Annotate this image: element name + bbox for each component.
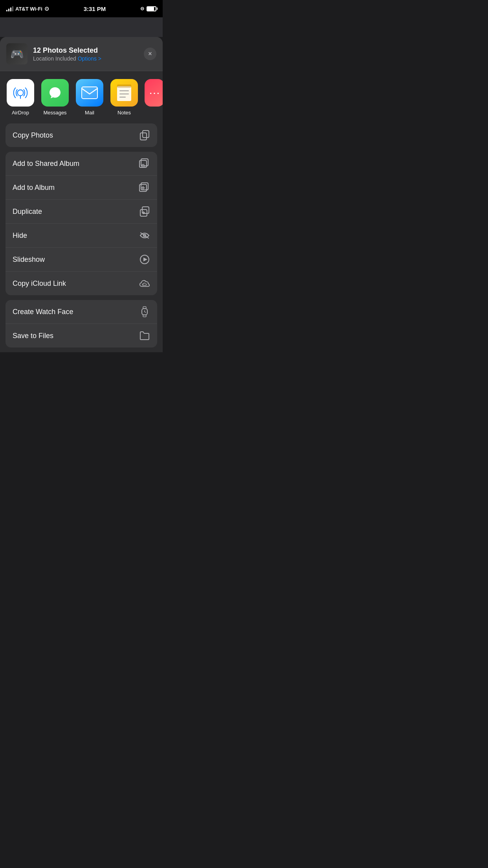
mail-label: Mail xyxy=(85,110,94,116)
controller-icon: 🎮 xyxy=(10,48,24,61)
svg-rect-1 xyxy=(82,87,97,99)
app-icon-airdrop[interactable]: AirDrop xyxy=(6,79,35,116)
copy-photos-icon xyxy=(139,130,150,141)
share-subtitle: Location Included Options > xyxy=(33,55,101,62)
watch-icon xyxy=(139,306,150,317)
messages-svg xyxy=(47,85,63,101)
app-icon-mail[interactable]: Mail xyxy=(75,79,104,116)
copy-photos-row[interactable]: Copy Photos xyxy=(6,123,157,147)
duplicate-label: Duplicate xyxy=(13,208,42,216)
svg-marker-25 xyxy=(143,257,147,261)
svg-line-30 xyxy=(145,312,146,313)
svg-rect-28 xyxy=(143,315,146,317)
app-icons-row: AirDrop Messages Mail xyxy=(0,71,163,123)
close-button[interactable]: × xyxy=(144,48,156,60)
airdrop-svg xyxy=(12,84,29,101)
hide-row[interactable]: Hide xyxy=(6,224,157,248)
save-files-label: Save to Files xyxy=(13,332,53,340)
options-link[interactable]: Options > xyxy=(78,55,101,62)
icloud-icon xyxy=(139,278,150,289)
files-icon xyxy=(139,330,150,341)
add-shared-album-label: Add to Shared Album xyxy=(13,160,79,168)
messages-icon-bg xyxy=(41,79,69,107)
battery-icon xyxy=(147,6,156,11)
messages-label: Messages xyxy=(43,110,66,116)
shared-album-icon xyxy=(139,158,150,169)
airdrop-icon-bg xyxy=(7,79,34,107)
add-album-row[interactable]: Add to Album xyxy=(6,176,157,200)
share-info: 12 Photos Selected Location Included Opt… xyxy=(33,46,101,62)
svg-rect-8 xyxy=(140,133,147,140)
svg-rect-14 xyxy=(141,183,148,190)
share-header-left: 🎮 12 Photos Selected Location Included O… xyxy=(6,43,101,64)
status-left: AT&T Wi-Fi ⊙ xyxy=(6,6,49,12)
save-files-row[interactable]: Save to Files xyxy=(6,324,157,348)
svg-rect-27 xyxy=(143,307,146,309)
time-label: 3:31 PM xyxy=(84,6,106,12)
more-icon-bg: ⋯ xyxy=(145,79,163,107)
lock-icon: ⊝ xyxy=(140,6,144,11)
watch-face-label: Create Watch Face xyxy=(13,308,73,316)
action-group-1: Copy Photos xyxy=(6,123,157,147)
notes-icon-bg xyxy=(110,79,138,107)
notes-svg xyxy=(115,83,133,103)
duplicate-icon xyxy=(139,206,150,217)
add-shared-album-row[interactable]: Add to Shared Album xyxy=(6,152,157,176)
photo-thumbnail: 🎮 xyxy=(6,43,28,64)
svg-rect-7 xyxy=(143,131,149,138)
share-title: 12 Photos Selected xyxy=(33,46,101,55)
status-bar: AT&T Wi-Fi ⊙ 3:31 PM ⊝ xyxy=(0,0,163,17)
slideshow-icon xyxy=(139,254,150,265)
action-group-2: Add to Shared Album Add to Album xyxy=(6,152,157,295)
more-icon: ⋯ xyxy=(149,86,160,99)
airdrop-label: AirDrop xyxy=(12,110,29,116)
icloud-link-label: Copy iCloud Link xyxy=(13,280,66,288)
album-icon xyxy=(139,182,150,193)
add-album-label: Add to Album xyxy=(13,184,55,192)
share-sheet: 🎮 12 Photos Selected Location Included O… xyxy=(0,37,163,352)
mail-icon-bg xyxy=(76,79,103,107)
watch-face-row[interactable]: Create Watch Face xyxy=(6,300,157,324)
background-blur xyxy=(0,17,163,37)
slideshow-label: Slideshow xyxy=(13,256,45,264)
status-right: ⊝ xyxy=(140,6,156,11)
hide-label: Hide xyxy=(13,232,27,240)
copy-photos-label: Copy Photos xyxy=(13,131,53,140)
carrier-label: AT&T Wi-Fi xyxy=(15,6,42,12)
app-icon-more[interactable]: ⋯ xyxy=(145,79,163,116)
action-group-3: Create Watch Face Save to Files xyxy=(6,300,157,348)
app-icon-messages[interactable]: Messages xyxy=(41,79,69,116)
svg-rect-3 xyxy=(117,85,131,88)
icloud-link-row[interactable]: Copy iCloud Link xyxy=(6,272,157,295)
hide-icon xyxy=(139,230,150,241)
svg-point-0 xyxy=(17,90,23,96)
mail-svg xyxy=(81,86,98,99)
notes-label: Notes xyxy=(117,110,131,116)
share-header: 🎮 12 Photos Selected Location Included O… xyxy=(0,37,163,71)
duplicate-row[interactable]: Duplicate xyxy=(6,200,157,224)
slideshow-row[interactable]: Slideshow xyxy=(6,248,157,272)
signal-icon xyxy=(6,6,13,11)
app-icon-notes[interactable]: Notes xyxy=(110,79,138,116)
wifi-icon: ⊙ xyxy=(44,6,49,12)
